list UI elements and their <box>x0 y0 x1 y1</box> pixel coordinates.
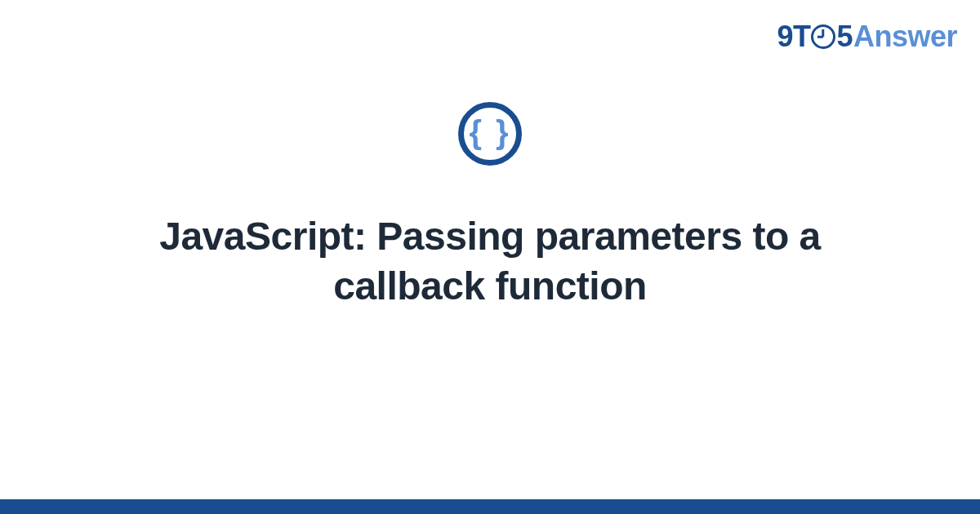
footer-accent-bar <box>0 499 980 514</box>
braces-icon: { } <box>469 116 510 148</box>
page-title: JavaScript: Passing parameters to a call… <box>90 211 890 312</box>
logo-part-t: T <box>793 20 811 54</box>
logo-part-5: 5 <box>836 20 853 54</box>
clock-icon <box>811 24 835 49</box>
logo-part-answer: Answer <box>853 20 957 54</box>
site-logo[interactable]: 9 T 5 Answer <box>777 20 957 54</box>
logo-part-9: 9 <box>777 20 793 54</box>
language-badge: { } <box>458 102 522 166</box>
content-block: { } JavaScript: Passing parameters to a … <box>0 102 980 312</box>
